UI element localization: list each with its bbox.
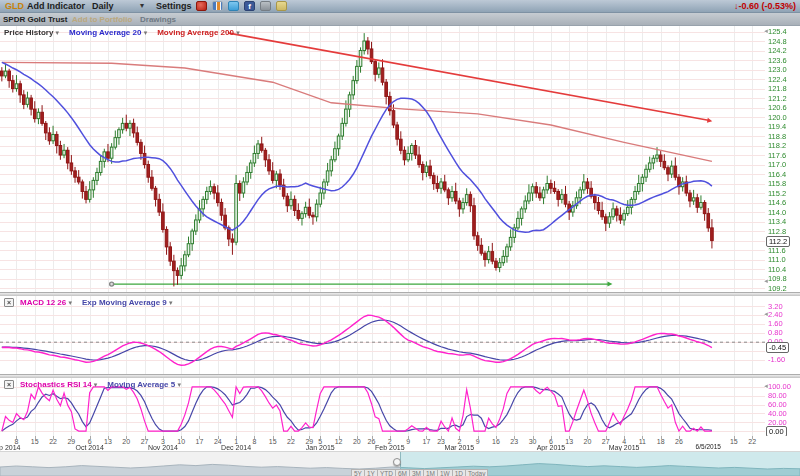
range-button-1y[interactable]: 1Y: [364, 469, 378, 476]
camera-icon[interactable]: [260, 1, 271, 11]
date-month-label: May 2015: [609, 444, 640, 451]
price-tick-label: 123.6: [768, 56, 787, 65]
date-month-label: Apr 2015: [537, 444, 565, 451]
range-button-1d[interactable]: 1D: [452, 469, 466, 476]
price-tick-label: 116.4: [768, 170, 786, 179]
range-button-1m[interactable]: 1M: [423, 469, 438, 476]
close-panel-button[interactable]: ×: [4, 380, 14, 389]
price-current-value: 112.2: [766, 236, 790, 247]
legend-item-moving-average-200[interactable]: Moving Average 200 ▾: [157, 28, 240, 37]
date-day-label: 18: [657, 438, 665, 445]
date-day-label: 16: [492, 438, 500, 445]
legend-item-price-history[interactable]: Price History ▾: [4, 28, 59, 37]
add-to-portfolio-link[interactable]: Add to Portfolio: [72, 15, 132, 24]
macd-tick-label: 2.40: [768, 310, 783, 319]
date-day-label: 22: [49, 438, 57, 445]
price-axis: 125.4124.8124.2123.6123.0122.4121.8121.2…: [765, 26, 800, 292]
date-day-label: 8: [252, 438, 256, 445]
legend-item-moving-average-20[interactable]: Moving Average 20 ▾: [69, 28, 147, 37]
price-tick-label: 113.4: [768, 217, 786, 226]
settings-menu[interactable]: Settings: [156, 1, 192, 11]
date-day-label: 9: [406, 438, 410, 445]
date-day-label: 9: [476, 438, 480, 445]
range-button-ytd[interactable]: YTD: [377, 469, 396, 476]
symbol-info-bar: SPDR Gold Trust Add to Portfolio Drawing…: [0, 13, 800, 26]
range-buttons: 5Y1YYTD6M3M1M1W1DToday: [352, 462, 488, 476]
notes-icon[interactable]: [276, 1, 287, 11]
price-tick-label: 115.8: [768, 179, 786, 188]
date-day-label: 20: [122, 438, 130, 445]
stoch-legend: ×Stochastics RSI 14 ▾Moving Average 5 ▾: [4, 380, 191, 389]
date-axis: 8152229613202731017241815222951220262917…: [0, 436, 800, 451]
range-button-6m[interactable]: 6M: [395, 469, 410, 476]
date-day-label: 26: [675, 438, 683, 445]
price-tick-label: 117.6: [768, 151, 786, 160]
macd-tick-label: -1.60: [768, 355, 785, 364]
date-month-label: Feb 2015: [375, 444, 405, 451]
stoch-axis: 100.0080.0060.0040.0020.00◄0.00: [765, 378, 800, 436]
macd-legend: ×MACD 12 26 ▾Exp Moving Average 9 ▾: [4, 298, 183, 307]
date-day-label: 11: [639, 438, 646, 445]
price-tick-label: 124.8: [768, 37, 787, 46]
date-month-label: Jan 2015: [306, 444, 335, 451]
macd-current-value: -0.45: [766, 342, 789, 353]
close-panel-button[interactable]: ×: [4, 298, 14, 307]
legend-item-exp-moving-average-9[interactable]: Exp Moving Average 9 ▾: [82, 298, 173, 307]
date-day-label: 15: [269, 438, 277, 445]
date-day-label: 20: [584, 438, 592, 445]
price-chart-canvas[interactable]: [0, 26, 765, 292]
date-month-label: Oct 2014: [75, 444, 103, 451]
legend-item-moving-average-5[interactable]: Moving Average 5 ▾: [107, 380, 181, 389]
chevron-down-icon[interactable]: ▾: [140, 1, 144, 10]
date-day-label: 20: [353, 438, 361, 445]
legend-item-stochastics-rsi-14[interactable]: Stochastics RSI 14 ▾: [20, 380, 97, 389]
range-button-3m[interactable]: 3M: [409, 469, 424, 476]
date-day-label: 12: [335, 438, 343, 445]
macd-panel: 3.202.401.600.800.00-1.60◄-0.45 ×MACD 12…: [0, 296, 800, 374]
axis-range-marker-icon: ◄: [763, 278, 769, 284]
date-day-label: 13: [565, 438, 573, 445]
macd-tick-label: 1.60: [768, 319, 783, 328]
price-tick-label: 114.0: [768, 208, 786, 217]
stoch-tick-label: 60.00: [768, 400, 787, 409]
macd-tick-label: 3.20: [768, 302, 783, 311]
date-day-label: 30: [529, 438, 537, 445]
date-day-label: 22: [287, 438, 295, 445]
symbol-label[interactable]: GLD: [5, 1, 24, 11]
range-button-today[interactable]: Today: [465, 469, 488, 476]
worden-logo-icon[interactable]: [196, 1, 207, 11]
stoch-tick-label: 80.00: [768, 391, 787, 400]
twitter-icon[interactable]: [228, 1, 239, 11]
legend-item-macd-12-26[interactable]: MACD 12 26 ▾: [20, 298, 72, 307]
price-tick-label: 119.4: [768, 122, 786, 131]
axis-range-marker-icon: ◄: [763, 28, 769, 34]
price-tick-label: 117.0: [768, 160, 786, 169]
range-button-5y[interactable]: 5Y: [351, 469, 365, 476]
price-tick-label: 111.6: [768, 246, 786, 255]
range-button-1w[interactable]: 1W: [437, 469, 453, 476]
axis-range-marker-icon: ◄: [763, 311, 769, 317]
add-indicator-menu[interactable]: Add Indicator: [27, 1, 85, 11]
date-day-label: 29: [67, 438, 75, 445]
facebook-icon[interactable]: f: [244, 1, 255, 11]
price-tick-label: 118.8: [768, 132, 786, 141]
date-day-label: 13: [104, 438, 112, 445]
period-menu[interactable]: Daily: [92, 1, 114, 11]
price-legend: Price History ▾Moving Average 20 ▾Moving…: [4, 28, 250, 37]
date-day-label: 10: [177, 438, 185, 445]
drawings-menu[interactable]: Drawings: [140, 15, 176, 24]
price-tick-label: 118.2: [768, 141, 786, 150]
range-navigator: 5Y1YYTD6M3M1M1W1DToday: [0, 451, 800, 476]
stoch-tick-label: 40.00: [768, 409, 787, 418]
price-tick-label: 114.6: [768, 198, 786, 207]
navigator-slider-handle[interactable]: [393, 458, 401, 466]
chart-area: 125.4124.8124.2123.6123.0122.4121.8121.2…: [0, 26, 800, 476]
date-day-label: 15: [730, 438, 738, 445]
price-tick-label: 115.2: [768, 189, 786, 198]
macd-chart-canvas[interactable]: [0, 296, 765, 374]
current-date-label: 6/5/2015: [696, 443, 721, 450]
price-tick-label: 125.4: [768, 27, 787, 36]
chart-share-icon[interactable]: [212, 1, 223, 11]
date-day-label: 22: [748, 438, 756, 445]
date-day-label: 17: [423, 438, 431, 445]
